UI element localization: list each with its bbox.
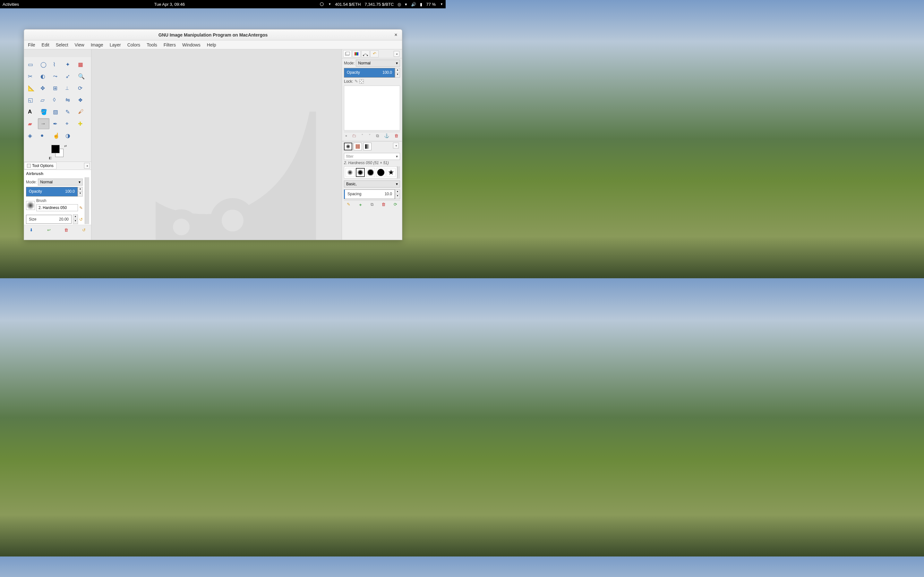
spacing-slider[interactable]: Spacing 10.0 bbox=[344, 189, 395, 199]
tool-text[interactable]: A bbox=[25, 106, 37, 117]
size-spin[interactable]: ▴▾ bbox=[73, 214, 78, 224]
edit-brush-icon[interactable]: ✎ bbox=[347, 202, 351, 208]
restore-options-icon[interactable]: ↩ bbox=[46, 227, 52, 233]
undo-history-tab[interactable]: ↶ bbox=[370, 50, 379, 57]
opacity-slider[interactable]: Opacity 100.0 bbox=[26, 187, 78, 197]
brush-item[interactable] bbox=[346, 168, 355, 177]
brush-item[interactable] bbox=[366, 168, 375, 177]
tool-color-picker[interactable]: ➶ bbox=[63, 71, 74, 82]
canvas-area[interactable] bbox=[91, 49, 342, 240]
menu-select[interactable]: Select bbox=[53, 41, 71, 49]
anchor-layer-icon[interactable]: ⚓ bbox=[384, 133, 389, 139]
brush-item[interactable] bbox=[356, 168, 365, 177]
brush-grid-scrollbar[interactable] bbox=[397, 166, 400, 179]
delete-brush-icon[interactable]: 🗑 bbox=[381, 202, 386, 208]
tool-cage[interactable]: ❖ bbox=[75, 95, 87, 105]
size-slider[interactable]: Size 20.00 bbox=[26, 215, 71, 224]
tool-rect-select[interactable]: ▭ bbox=[25, 59, 37, 70]
tool-blur-sharpen[interactable]: ● bbox=[38, 130, 49, 141]
locate-icon[interactable]: ◎ bbox=[397, 2, 401, 7]
menu-edit[interactable]: Edit bbox=[39, 41, 53, 49]
menu-layer[interactable]: Layer bbox=[107, 41, 124, 49]
save-options-icon[interactable]: ⬇ bbox=[28, 227, 34, 233]
indicator-circle-icon[interactable] bbox=[320, 2, 324, 6]
patterns-tab[interactable] bbox=[354, 143, 362, 150]
layers-tab-menu-button[interactable]: ◂ bbox=[394, 51, 399, 57]
menu-tools[interactable]: Tools bbox=[144, 41, 160, 49]
duplicate-layer-icon[interactable]: ⧉ bbox=[376, 133, 379, 139]
brushes-tab-menu-button[interactable]: ◂ bbox=[393, 143, 399, 148]
size-reset-icon[interactable]: ↺ bbox=[79, 217, 83, 222]
menu-view[interactable]: View bbox=[71, 41, 87, 49]
tool-airbrush[interactable]: → bbox=[38, 118, 49, 129]
foreground-color-swatch[interactable] bbox=[51, 145, 60, 153]
tool-smudge[interactable]: ☝ bbox=[50, 130, 62, 141]
spacing-spin[interactable]: ▴▾ bbox=[395, 189, 400, 199]
swap-colors-icon[interactable]: ⇄ bbox=[64, 144, 67, 148]
tool-options-tab-menu-button[interactable]: ◂ bbox=[84, 163, 90, 169]
volume-icon[interactable]: 🔊 bbox=[411, 2, 416, 7]
brush-item[interactable]: ★ bbox=[387, 168, 396, 177]
tool-by-color-select[interactable]: ▦ bbox=[75, 59, 87, 70]
new-layer-icon[interactable]: ▫ bbox=[346, 133, 347, 139]
color-swatches[interactable]: ⇄ ◧ bbox=[49, 144, 67, 160]
raise-layer-icon[interactable]: ˄ bbox=[361, 133, 363, 139]
tool-options-scrollbar[interactable] bbox=[85, 177, 89, 224]
window-close-button[interactable]: × bbox=[393, 32, 399, 38]
default-colors-icon[interactable]: ◧ bbox=[49, 156, 52, 160]
gradients-tab[interactable] bbox=[363, 143, 372, 150]
lock-alpha-icon[interactable] bbox=[359, 79, 364, 84]
tool-free-select[interactable]: ⌇ bbox=[50, 59, 62, 70]
tool-heal[interactable]: ✚ bbox=[75, 118, 87, 129]
tool-measure[interactable]: 📐 bbox=[25, 83, 37, 93]
titlebar[interactable]: GNU Image Manipulation Program on MacAnt… bbox=[24, 29, 402, 40]
tool-clone[interactable]: ⌖ bbox=[63, 118, 74, 129]
topbar-clock[interactable]: Tue Apr 3, 09:46 bbox=[19, 2, 320, 7]
tool-ink[interactable]: ✒ bbox=[50, 118, 62, 129]
tool-flip[interactable]: ⇋ bbox=[63, 95, 74, 105]
battery-icon[interactable]: ▮ bbox=[420, 2, 422, 7]
lower-layer-icon[interactable]: ˅ bbox=[368, 133, 371, 139]
tool-align[interactable]: ⊞ bbox=[50, 83, 62, 93]
tool-zoom[interactable]: 🔍 bbox=[75, 71, 87, 82]
reset-options-icon[interactable]: ↺ bbox=[81, 227, 87, 233]
channels-tab[interactable] bbox=[352, 50, 360, 57]
new-brush-icon[interactable]: ＋ bbox=[359, 202, 363, 208]
brush-grid[interactable]: ★ bbox=[344, 166, 397, 179]
tool-eraser[interactable]: ▰ bbox=[25, 118, 37, 129]
tool-dodge-burn[interactable]: ◑ bbox=[63, 130, 74, 141]
opacity-spin[interactable]: ▴▾ bbox=[78, 187, 83, 197]
brush-item[interactable] bbox=[376, 168, 385, 177]
menu-file[interactable]: File bbox=[25, 41, 39, 49]
brushes-tab[interactable] bbox=[344, 143, 352, 150]
tool-foreground-select[interactable]: ◐ bbox=[38, 71, 49, 82]
menu-help[interactable]: Help bbox=[204, 41, 220, 49]
tool-move[interactable]: ✥ bbox=[38, 83, 49, 93]
lock-pixels-icon[interactable]: ✎ bbox=[355, 79, 358, 84]
tool-scale[interactable]: ◱ bbox=[25, 95, 37, 105]
mode-dropdown[interactable]: Normal▾ bbox=[38, 179, 83, 185]
tool-perspective[interactable]: ◊ bbox=[50, 95, 62, 105]
tool-fuzzy-select[interactable]: ✦ bbox=[63, 59, 74, 70]
tool-rotate[interactable]: ⟳ bbox=[75, 83, 87, 93]
brush-filter-input[interactable]: filter ▾ bbox=[344, 153, 400, 160]
menu-image[interactable]: Image bbox=[87, 41, 107, 49]
tool-ellipse-select[interactable]: ◯ bbox=[38, 59, 49, 70]
menu-windows[interactable]: Windows bbox=[179, 41, 204, 49]
tool-shear[interactable]: ▱ bbox=[38, 95, 49, 105]
brush-edit-icon[interactable]: ✎ bbox=[79, 205, 83, 210]
tool-blend[interactable]: ▧ bbox=[50, 106, 62, 117]
layer-opacity-spin[interactable]: ▴▾ bbox=[395, 68, 400, 77]
layer-opacity-slider[interactable]: Opacity 100.0 bbox=[344, 68, 395, 77]
layer-mode-dropdown[interactable]: Normal▾ bbox=[356, 60, 400, 67]
tool-crop[interactable]: ⟂ bbox=[63, 83, 74, 93]
tool-options-tab[interactable]: Tool Options bbox=[24, 162, 57, 169]
menu-filters[interactable]: Filters bbox=[160, 41, 179, 49]
layers-tab[interactable] bbox=[343, 50, 352, 57]
delete-layer-icon[interactable]: 🗑 bbox=[394, 133, 399, 139]
paths-tab[interactable] bbox=[361, 50, 370, 57]
brush-preview[interactable] bbox=[26, 201, 35, 210]
tool-perspective-clone[interactable]: ◈ bbox=[25, 130, 37, 141]
delete-options-icon[interactable]: 🗑 bbox=[63, 227, 69, 233]
tool-scissors[interactable]: ✂ bbox=[25, 71, 37, 82]
